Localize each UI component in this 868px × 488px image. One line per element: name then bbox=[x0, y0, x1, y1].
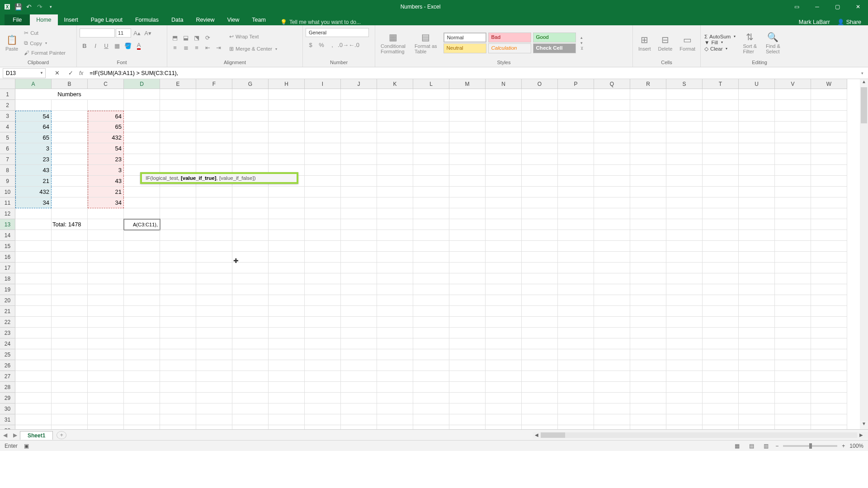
cell-V3[interactable] bbox=[775, 111, 811, 122]
col-header-V[interactable]: V bbox=[775, 79, 811, 89]
cell-F28[interactable] bbox=[196, 382, 232, 393]
cell-E28[interactable] bbox=[160, 382, 196, 393]
cell-W26[interactable] bbox=[811, 360, 847, 371]
cell-G21[interactable] bbox=[232, 306, 269, 317]
cell-F30[interactable] bbox=[196, 404, 232, 414]
cell-J32[interactable] bbox=[341, 425, 377, 429]
cell-A12[interactable] bbox=[15, 208, 52, 219]
tab-file[interactable]: File bbox=[5, 14, 30, 25]
cell-T22[interactable] bbox=[703, 317, 739, 328]
cell-G27[interactable] bbox=[232, 371, 269, 382]
cell-D5[interactable] bbox=[124, 132, 160, 143]
align-right-icon[interactable]: ≡ bbox=[192, 43, 202, 53]
cell-C4[interactable]: 65 bbox=[88, 122, 124, 132]
redo-icon[interactable]: ↷ bbox=[36, 3, 43, 10]
cell-G20[interactable] bbox=[232, 295, 269, 306]
cell-U3[interactable] bbox=[739, 111, 775, 122]
cell-W16[interactable] bbox=[811, 252, 847, 263]
percent-icon[interactable]: % bbox=[316, 40, 326, 50]
cell-D19[interactable] bbox=[124, 284, 160, 295]
cell-H3[interactable] bbox=[269, 111, 305, 122]
cell-V16[interactable] bbox=[775, 252, 811, 263]
cell-N28[interactable] bbox=[486, 382, 522, 393]
cell-O31[interactable] bbox=[522, 414, 558, 425]
cell-H15[interactable] bbox=[269, 241, 305, 252]
cell-S18[interactable] bbox=[666, 273, 703, 284]
cell-F29[interactable] bbox=[196, 393, 232, 404]
align-bottom-icon[interactable]: ⬔ bbox=[192, 33, 202, 43]
cell-S5[interactable] bbox=[666, 132, 703, 143]
cell-U19[interactable] bbox=[739, 284, 775, 295]
insert-cells-button[interactable]: ⊞Insert bbox=[636, 33, 654, 53]
view-normal-icon[interactable]: ▦ bbox=[732, 442, 742, 450]
row-header-28[interactable]: 28 bbox=[0, 382, 15, 393]
cell-A1[interactable]: Numbers bbox=[15, 89, 124, 100]
cell-W28[interactable] bbox=[811, 382, 847, 393]
cell-D29[interactable] bbox=[124, 393, 160, 404]
cell-D23[interactable] bbox=[124, 328, 160, 338]
cell-C9[interactable]: 43 bbox=[88, 176, 124, 187]
cell-T18[interactable] bbox=[703, 273, 739, 284]
row-header-19[interactable]: 19 bbox=[0, 284, 15, 295]
row-header-17[interactable]: 17 bbox=[0, 263, 15, 273]
cell-L25[interactable] bbox=[413, 349, 449, 360]
cell-R6[interactable] bbox=[630, 143, 666, 154]
cell-D7[interactable] bbox=[124, 154, 160, 165]
col-header-K[interactable]: K bbox=[377, 79, 413, 89]
cell-N23[interactable] bbox=[486, 328, 522, 338]
cell-P14[interactable] bbox=[558, 230, 594, 241]
cell-J22[interactable] bbox=[341, 317, 377, 328]
cell-K10[interactable] bbox=[377, 187, 413, 197]
cell-O28[interactable] bbox=[522, 382, 558, 393]
cell-W18[interactable] bbox=[811, 273, 847, 284]
cell-P29[interactable] bbox=[558, 393, 594, 404]
cell-A32[interactable] bbox=[15, 425, 52, 429]
cell-U12[interactable] bbox=[739, 208, 775, 219]
cell-I32[interactable] bbox=[305, 425, 341, 429]
cell-Q19[interactable] bbox=[594, 284, 630, 295]
cell-W14[interactable] bbox=[811, 230, 847, 241]
cell-L15[interactable] bbox=[413, 241, 449, 252]
cell-S28[interactable] bbox=[666, 382, 703, 393]
name-box[interactable]: D13▼ bbox=[3, 68, 46, 78]
cell-V10[interactable] bbox=[775, 187, 811, 197]
cell-I21[interactable] bbox=[305, 306, 341, 317]
cell-J3[interactable] bbox=[341, 111, 377, 122]
cell-W5[interactable] bbox=[811, 132, 847, 143]
view-pagebreak-icon[interactable]: ▥ bbox=[761, 442, 771, 450]
cell-M25[interactable] bbox=[449, 349, 486, 360]
cell-K18[interactable] bbox=[377, 273, 413, 284]
cell-R29[interactable] bbox=[630, 393, 666, 404]
cell-U14[interactable] bbox=[739, 230, 775, 241]
cell-Q1[interactable] bbox=[594, 89, 630, 100]
cell-G23[interactable] bbox=[232, 328, 269, 338]
cell-J1[interactable] bbox=[341, 89, 377, 100]
cell-B15[interactable] bbox=[52, 241, 88, 252]
cell-U25[interactable] bbox=[739, 349, 775, 360]
cell-G28[interactable] bbox=[232, 382, 269, 393]
cell-F24[interactable] bbox=[196, 338, 232, 349]
cell-V1[interactable] bbox=[775, 89, 811, 100]
cell-J27[interactable] bbox=[341, 371, 377, 382]
cell-T23[interactable] bbox=[703, 328, 739, 338]
cell-T12[interactable] bbox=[703, 208, 739, 219]
cell-M22[interactable] bbox=[449, 317, 486, 328]
cell-T8[interactable] bbox=[703, 165, 739, 176]
cell-P25[interactable] bbox=[558, 349, 594, 360]
cell-N25[interactable] bbox=[486, 349, 522, 360]
cell-S20[interactable] bbox=[666, 295, 703, 306]
cell-V21[interactable] bbox=[775, 306, 811, 317]
cell-F5[interactable] bbox=[196, 132, 232, 143]
cell-P15[interactable] bbox=[558, 241, 594, 252]
italic-button[interactable]: I bbox=[90, 41, 100, 51]
cell-K20[interactable] bbox=[377, 295, 413, 306]
cell-T24[interactable] bbox=[703, 338, 739, 349]
cell-O13[interactable] bbox=[522, 219, 558, 230]
cell-K26[interactable] bbox=[377, 360, 413, 371]
cell-B31[interactable] bbox=[52, 414, 88, 425]
cell-L3[interactable] bbox=[413, 111, 449, 122]
col-header-J[interactable]: J bbox=[341, 79, 377, 89]
cell-I23[interactable] bbox=[305, 328, 341, 338]
decrease-indent-icon[interactable]: ⇤ bbox=[203, 43, 212, 53]
cell-F25[interactable] bbox=[196, 349, 232, 360]
